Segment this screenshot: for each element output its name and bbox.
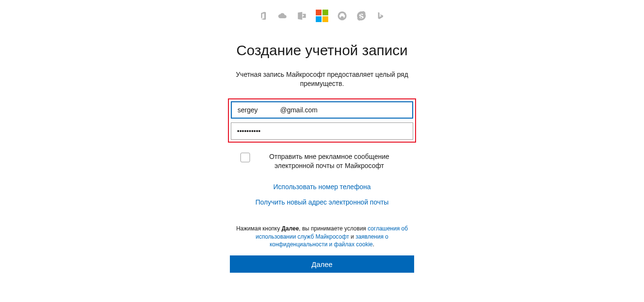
use-phone-link[interactable]: Использовать номер телефона xyxy=(274,183,371,191)
form-highlight-box xyxy=(228,98,416,143)
terms-prefix: Нажимая кнопку xyxy=(236,225,282,232)
office-icon xyxy=(258,11,269,21)
microsoft-logo-icon xyxy=(316,10,328,22)
skype-icon xyxy=(356,11,367,21)
page-title: Создание учетной записи xyxy=(236,41,407,60)
xbox-icon xyxy=(337,11,347,21)
promo-checkbox-label: Отправить мне рекламное сообщение электр… xyxy=(255,152,404,171)
terms-text: Нажимая кнопку Далее, вы принимаете усло… xyxy=(236,225,408,249)
page-subtitle: Учетная запись Майкрософт предоставляет … xyxy=(236,70,408,89)
email-field[interactable] xyxy=(231,101,413,119)
terms-mid2: и xyxy=(349,233,356,240)
promo-checkbox[interactable] xyxy=(240,153,250,162)
get-email-link[interactable]: Получить новый адрес электронной почты xyxy=(255,198,388,206)
password-field[interactable] xyxy=(231,122,413,140)
outlook-icon xyxy=(297,11,307,21)
terms-suffix: . xyxy=(373,241,374,248)
onedrive-icon xyxy=(277,11,288,21)
terms-mid1: , вы принимаете условия xyxy=(299,225,368,232)
promo-checkbox-row: Отправить мне рекламное сообщение электр… xyxy=(240,152,404,171)
terms-bold: Далее xyxy=(282,225,299,232)
brand-icon-row xyxy=(258,10,386,22)
next-button[interactable]: Далее xyxy=(230,255,414,273)
bing-icon xyxy=(375,11,386,21)
